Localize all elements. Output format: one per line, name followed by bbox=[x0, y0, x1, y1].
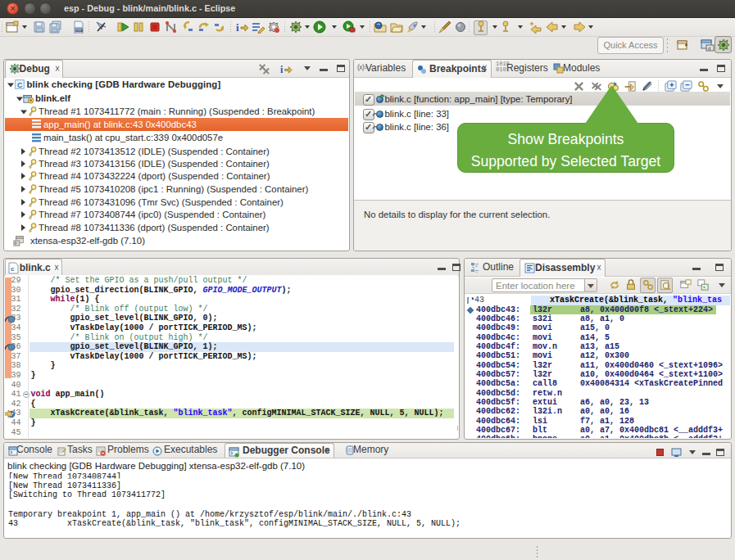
svg-text:i: i bbox=[236, 21, 239, 34]
svg-text:C: C bbox=[17, 81, 23, 89]
svg-text:c: c bbox=[11, 265, 15, 273]
svg-text:d: d bbox=[708, 46, 710, 51]
svg-text:010: 010 bbox=[76, 29, 83, 33]
svg-text:i: i bbox=[280, 64, 284, 75]
